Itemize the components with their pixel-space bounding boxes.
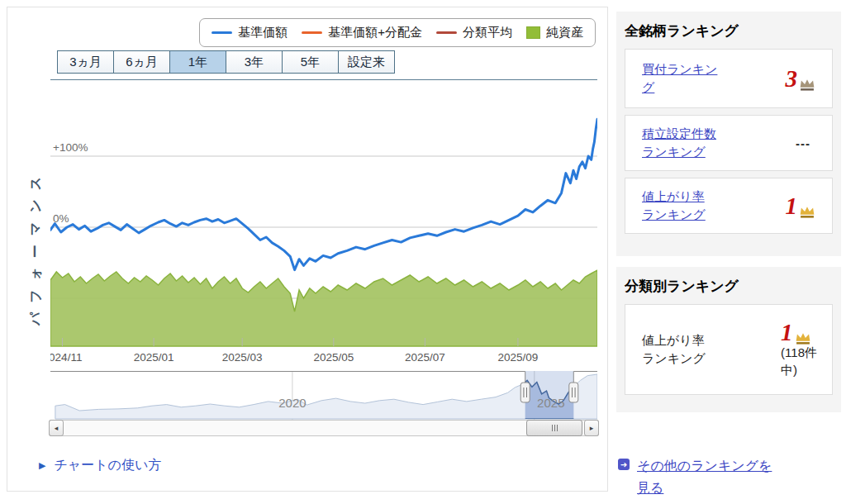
chart-help-link[interactable]: チャートの使い方 [54,457,161,474]
crown-gold-icon [799,206,815,218]
period-tab-bar: 3ヵ月 6ヵ月 1年 3年 5年 設定来 [57,50,395,74]
legend-label: 基準価額+分配金 [328,25,422,40]
scrollbar-thumb[interactable] [526,420,582,436]
legend-item-category-average[interactable]: 分類平均 [436,25,512,40]
tab-3years[interactable]: 3年 [226,50,283,74]
rank-empty-value: --- [796,136,822,150]
rank-value: 3 [786,67,823,91]
rank-total-count: (118件 中) [781,345,817,378]
navigator-handle [520,383,530,402]
blue-line-swatch [212,31,232,34]
green-area-swatch [526,26,540,39]
tab-5years[interactable]: 5年 [282,50,339,74]
price-gain-ranking-link[interactable]: 値上がり率 ランキング [642,188,706,225]
svg-text:2025/07: 2025/07 [405,351,445,364]
svg-text:2025/01: 2025/01 [134,351,174,364]
svg-text:2025/09: 2025/09 [497,351,538,364]
buy-ranking-link[interactable]: 買付ランキン グ [642,60,717,97]
category-ranking-section: 分類別ランキング 値上がり率 ランキング 1 (118件 中) [616,267,841,412]
price-gain-ranking-card: 値上がり率 ランキング 1 [625,178,833,234]
rank-value: 1 [786,194,823,218]
crown-bronze-icon [799,78,815,91]
legend-label: 分類平均 [463,25,512,40]
category-gain-ranking-card: 値上がり率 ランキング 1 (118件 中) [625,304,833,395]
accumulation-ranking-link[interactable]: 積立設定件数 ランキング [642,125,716,162]
svg-text:2025/05: 2025/05 [313,351,354,364]
tab-6months[interactable]: 6ヵ月 [113,50,170,74]
performance-chart[interactable]: +100%0%2024/112025/012025/032025/052025/… [50,88,597,368]
crown-gold-icon [795,332,811,345]
red-line-swatch [436,31,457,34]
section-title: 全銘柄ランキング [625,21,833,40]
navigator-handle [569,383,578,402]
svg-text:2020: 2020 [278,396,306,410]
rank-number: 3 [786,67,798,91]
y-axis-title: パフォーマンス [27,168,45,326]
more-rankings-row: ➜ その他のランキングを 見る [618,454,772,499]
rank-number: 1 [781,321,793,345]
chart-legend: 基準価額 基準価額+分配金 分類平均 純資産 [199,18,596,47]
triangle-bullet-icon: ▶ [39,460,45,471]
svg-text:2025/03: 2025/03 [222,351,263,364]
section-title: 分類別ランキング [625,277,833,296]
rank-number: 1 [786,194,798,218]
legend-label: 純資産 [546,25,583,40]
scroll-right-button[interactable]: ▸ [584,420,599,436]
tab-since-inception[interactable]: 設定来 [338,50,395,74]
orange-line-swatch [302,31,322,34]
buy-ranking-card: 買付ランキン グ 3 [625,49,833,108]
legend-item-net-assets[interactable]: 純資産 [526,25,583,40]
arrow-right-icon: ➜ [618,459,630,470]
all-funds-ranking-section: 全銘柄ランキング 買付ランキン グ 3 積立設定件数 ランキング --- 値上が… [616,12,841,256]
legend-item-nav-price[interactable]: 基準価額 [212,25,288,40]
scroll-left-button[interactable]: ◂ [49,420,64,436]
legend-item-nav-price-dividend[interactable]: 基準価額+分配金 [302,25,422,40]
tab-1year[interactable]: 1年 [169,50,226,74]
tab-baseline [50,79,597,80]
svg-text:2025: 2025 [537,396,564,410]
svg-text:+100%: +100% [53,141,88,154]
more-rankings-link[interactable]: その他のランキングを 見る [637,454,772,499]
chart-help-row: ▶ チャートの使い方 [39,457,161,474]
tab-3months[interactable]: 3ヵ月 [57,50,114,74]
svg-text:2024/11: 2024/11 [50,351,82,364]
fund-chart-panel: 基準価額 基準価額+分配金 分類平均 純資産 3ヵ月 6ヵ月 1年 3年 5年 … [7,7,608,492]
category-gain-ranking-label: 値上がり率 ランキング [642,331,706,368]
navigator-scrollbar[interactable]: ◂ ▸ [49,420,599,436]
chart-navigator[interactable]: 20202025 [50,371,597,421]
legend-label: 基準価額 [238,25,288,40]
rank-value: 1 (118件 中) [781,321,822,378]
accumulation-ranking-card: 積立設定件数 ランキング --- [625,115,833,171]
